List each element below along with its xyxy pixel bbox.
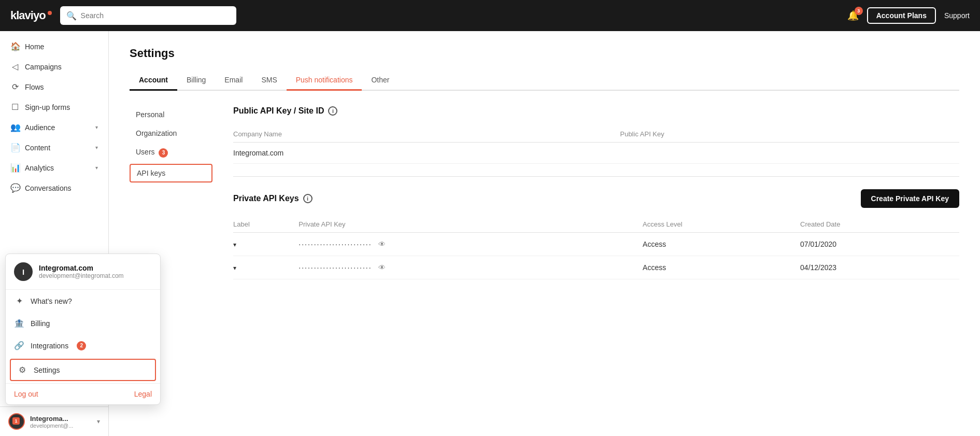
private-api-info-icon[interactable]: i — [303, 194, 313, 203]
dropdown-whats-new[interactable]: ✦ What's new? — [6, 290, 160, 312]
sidebar-footer-info: Integroma... development@... — [30, 415, 92, 429]
tab-email[interactable]: Email — [215, 71, 252, 91]
chevron-down-icon[interactable]: ▾ — [233, 264, 236, 272]
search-input[interactable] — [81, 11, 230, 20]
logout-link[interactable]: Log out — [14, 390, 38, 398]
tab-sms[interactable]: SMS — [252, 71, 286, 91]
dropdown-integrations[interactable]: 🔗 Integrations 2 — [6, 334, 160, 357]
chevron-down-icon[interactable]: ▾ — [233, 241, 236, 248]
user-dropdown: I Integromat.com development@integromat.… — [5, 254, 161, 405]
signup-icon: ☐ — [10, 102, 20, 112]
table-row: ▾ ························ 👁 Access 07/0… — [233, 233, 959, 256]
settings-tabs: Account Billing Email SMS Push notificat… — [130, 71, 959, 91]
sparkle-icon: ✦ — [14, 296, 24, 306]
col-private-key: Private API Key — [299, 216, 643, 233]
col-access-level: Access Level — [643, 216, 800, 233]
public-api-section-title: Public API Key / Site ID i — [233, 106, 959, 116]
dropdown-footer: Log out Legal — [6, 383, 160, 404]
private-api-header: Private API Keys i Create Private API Ke… — [233, 189, 959, 208]
campaigns-icon: ◁ — [10, 62, 20, 72]
sidebar-item-analytics[interactable]: 📊 Analytics ▾ — [0, 158, 108, 178]
sidebar-item-home[interactable]: 🏠 Home — [0, 36, 108, 57]
public-api-info-icon[interactable]: i — [328, 106, 337, 116]
dropdown-item-label: Integrations — [31, 342, 68, 350]
col-created-date: Created Date — [800, 216, 959, 233]
create-private-key-button[interactable]: Create Private API Key — [861, 189, 959, 208]
logo-dot — [48, 11, 52, 15]
sidebar-item-audience[interactable]: 👥 Audience ▾ — [0, 117, 108, 137]
sidebar-item-label: Campaigns — [25, 63, 98, 71]
account-plans-button[interactable]: Account Plans — [867, 7, 936, 24]
users-badge: 3 — [159, 148, 168, 158]
key-cell: ························ 👁 — [299, 256, 643, 279]
dropdown-user-row: I Integromat.com development@integromat.… — [6, 254, 160, 290]
eye-icon[interactable]: 👁 — [378, 240, 386, 248]
label-cell: ▾ — [233, 233, 299, 256]
chevron-down-icon: ▾ — [95, 165, 98, 171]
support-button[interactable]: Support — [944, 11, 970, 20]
dropdown-avatar: I — [14, 262, 33, 281]
date-cell: 07/01/2020 — [800, 233, 959, 256]
settings-main-content: Public API Key / Site ID i Company Name … — [233, 106, 959, 279]
date-cell: 04/12/2023 — [800, 256, 959, 279]
sidebar-footer-name: Integroma... — [30, 415, 92, 423]
sidebar-item-content[interactable]: 📄 Content ▾ — [0, 137, 108, 158]
sidebar-item-label: Content — [25, 144, 90, 152]
logo: klaviyo — [10, 9, 52, 22]
public-api-table: Company Name Public API Key Integromat.c… — [233, 126, 959, 164]
settings-nav-users[interactable]: Users 3 — [130, 144, 212, 162]
chevron-down-icon: ▾ — [95, 145, 98, 150]
eye-icon[interactable]: 👁 — [378, 263, 386, 272]
tab-push-notifications[interactable]: Push notifications — [287, 71, 362, 91]
table-row: Integromat.com — [233, 143, 959, 164]
tab-billing[interactable]: Billing — [177, 71, 215, 91]
chevron-down-icon: ▾ — [95, 124, 98, 130]
settings-nav-organization[interactable]: Organization — [130, 125, 212, 142]
page-title: Settings — [130, 47, 959, 60]
col-public-key: Public API Key — [620, 126, 959, 143]
tab-other[interactable]: Other — [362, 71, 399, 91]
integrations-icon: 🔗 — [14, 341, 24, 350]
settings-nav-api-keys[interactable]: API keys — [130, 164, 212, 182]
sidebar-item-label: Conversations — [25, 184, 98, 192]
main-content: Settings Account Billing Email SMS Push … — [109, 31, 980, 436]
dropdown-user-info: Integromat.com development@integromat.co… — [39, 264, 124, 279]
topnav: klaviyo 🔍 🔔 3 Account Plans Support — [0, 0, 980, 31]
dropdown-item-label: Billing — [31, 319, 50, 328]
sidebar-item-signup-forms[interactable]: ☐ Sign-up forms — [0, 97, 108, 117]
access-cell: Access — [643, 256, 800, 279]
conversations-icon: 💬 — [10, 183, 20, 193]
dropdown-user-name: Integromat.com — [39, 264, 124, 272]
logo-text: klaviyo — [10, 9, 46, 22]
audience-icon: 👥 — [10, 122, 20, 132]
settings-icon: ⚙ — [17, 365, 27, 375]
chevron-up-icon: ▾ — [97, 418, 100, 425]
sidebar-footer[interactable]: I 1 Integroma... development@... ▾ — [0, 406, 108, 436]
settings-nav-personal[interactable]: Personal — [130, 106, 212, 123]
sidebar-item-campaigns[interactable]: ◁ Campaigns — [0, 57, 108, 77]
integrations-badge: 2 — [77, 341, 86, 350]
flows-icon: ⟳ — [10, 82, 20, 92]
sidebar-item-label: Sign-up forms — [25, 103, 98, 111]
sidebar-item-conversations[interactable]: 💬 Conversations — [0, 178, 108, 198]
billing-icon: 🏦 — [14, 318, 24, 328]
tab-account[interactable]: Account — [130, 71, 177, 91]
key-cell: ························ 👁 — [299, 233, 643, 256]
sidebar-footer-email: development@... — [30, 423, 92, 429]
footer-badge: 1 — [12, 417, 20, 425]
table-row: ▾ ························ 👁 Access 04/1… — [233, 256, 959, 279]
search-bar: 🔍 — [60, 6, 236, 25]
notification-bell[interactable]: 🔔 3 — [847, 10, 859, 21]
sidebar-item-label: Audience — [25, 123, 90, 132]
content-icon: 📄 — [10, 143, 20, 152]
sidebar-item-flows[interactable]: ⟳ Flows — [0, 77, 108, 97]
settings-layout: Personal Organization Users 3 API keys P… — [130, 106, 959, 279]
sidebar: 🏠 Home ◁ Campaigns ⟳ Flows ☐ Sign-up for… — [0, 31, 109, 436]
dropdown-billing[interactable]: 🏦 Billing — [6, 312, 160, 334]
col-label: Label — [233, 216, 299, 233]
home-icon: 🏠 — [10, 41, 20, 51]
dropdown-settings[interactable]: ⚙ Settings — [10, 359, 156, 381]
private-api-section-title: Private API Keys i — [233, 194, 313, 203]
legal-link[interactable]: Legal — [134, 390, 152, 398]
section-divider — [233, 176, 959, 177]
